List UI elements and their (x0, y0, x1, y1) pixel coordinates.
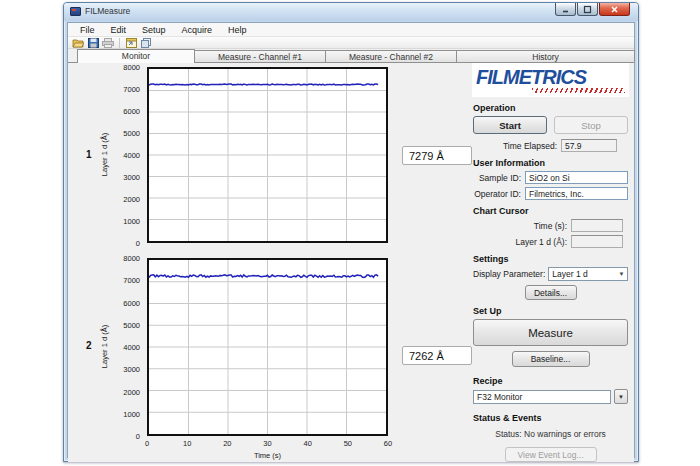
copy-icon[interactable] (140, 37, 152, 48)
maximize-button[interactable] (577, 3, 598, 16)
save-icon[interactable] (87, 37, 99, 48)
x-tick-label: 10 (179, 439, 195, 448)
channel-2-label: 2 (86, 340, 92, 351)
status-events-section-header: Status & Events (473, 413, 628, 423)
measure-button[interactable]: Measure (473, 319, 628, 346)
chevron-down-icon: ▼ (616, 271, 627, 277)
maximize-icon (583, 5, 592, 14)
close-button[interactable] (599, 3, 630, 16)
menu-bar: FileEditSetupAcquireHelp (68, 23, 634, 37)
settings-section-header: Settings (473, 254, 628, 264)
start-button[interactable]: Start (473, 116, 547, 134)
y-tick-label: 8000 (123, 63, 140, 72)
monitor-chart-channel-1[interactable] (147, 67, 388, 243)
print-icon[interactable] (102, 37, 114, 48)
menu-help[interactable]: Help (220, 23, 255, 37)
monitor-chart-channel-2[interactable] (147, 258, 388, 436)
filmetrics-logo-hatch (532, 88, 625, 93)
x-tick-label: 20 (219, 439, 235, 448)
filmetrics-logo-text: FILMETRICS (476, 66, 625, 88)
y-tick-label: 8000 (123, 254, 140, 263)
x-tick-label: 0 (139, 439, 155, 448)
details-button[interactable]: Details... (525, 285, 577, 300)
recipe-dropdown[interactable]: F32 Monitor (473, 390, 611, 404)
x-tick-label: 40 (300, 439, 316, 448)
operator-id-label: Operator ID: (473, 189, 525, 199)
tab-measure-channel-2[interactable]: Measure - Channel #2 (325, 50, 457, 62)
x-tick-label: 30 (260, 439, 276, 448)
y-tick-label: 0 (136, 239, 140, 248)
recipe-value: F32 Monitor (474, 392, 610, 402)
display-parameter-label: Display Parameter: (473, 269, 545, 279)
screenshot-canvas: FILMeasure FileEditSetupAcquireHelp (0, 0, 700, 466)
chart-2-y-axis-label: Layer 1 d (Å) (100, 297, 109, 397)
chart-cursor-section-header: Chart Cursor (473, 206, 628, 216)
baseline-button[interactable]: Baseline... (512, 351, 590, 367)
recipe-section-header: Recipe (473, 376, 628, 386)
time-elapsed-value: 57.9 (561, 139, 617, 152)
status-text: Status: No warnings or errors (473, 429, 628, 439)
y-tick-label: 5000 (123, 129, 140, 138)
recipe-dropdown-button[interactable]: ▼ (614, 389, 628, 404)
tab-strip: MonitorMeasure - Channel #1Measure - Cha… (68, 49, 634, 63)
y-tick-label: 3000 (123, 365, 140, 374)
y-tick-label: 5000 (123, 321, 140, 330)
set-up-section-header: Set Up (473, 306, 628, 316)
chart-1-y-ticks: 010002000300040005000600070008000 (118, 67, 144, 243)
menu-file[interactable]: File (72, 23, 103, 37)
x-tick-label: 50 (340, 439, 356, 448)
menu-setup[interactable]: Setup (134, 23, 174, 37)
y-tick-label: 3000 (123, 173, 140, 182)
tab-monitor[interactable]: Monitor (77, 49, 195, 63)
time-elapsed-label: Time Elapsed: (473, 141, 561, 151)
y-tick-label: 4000 (123, 151, 140, 160)
x-tick-label: 60 (380, 439, 396, 448)
y-tick-label: 2000 (123, 195, 140, 204)
cursor-layer-value (571, 235, 623, 248)
y-tick-label: 7000 (123, 85, 140, 94)
channel-2-thickness-readout: 7262 Å (402, 346, 472, 365)
operation-section-header: Operation (473, 103, 628, 113)
y-tick-label: 1000 (123, 410, 140, 419)
chart-2-x-axis-label: Time (s) (147, 451, 388, 460)
tab-measure-channel-1[interactable]: Measure - Channel #1 (194, 50, 326, 62)
menu-acquire[interactable]: Acquire (174, 23, 221, 37)
channel-1-label: 1 (86, 149, 92, 160)
menu-edit[interactable]: Edit (103, 23, 135, 37)
close-icon (610, 5, 619, 14)
minimize-icon (561, 5, 570, 14)
display-parameter-value: Layer 1 d (549, 269, 616, 279)
user-information-section-header: User Information (473, 158, 628, 168)
y-tick-label: 2000 (123, 388, 140, 397)
chevron-down-icon: ▼ (618, 394, 624, 400)
title-bar: FILMeasure (64, 3, 638, 21)
y-tick-label: 1000 (123, 217, 140, 226)
export-icon[interactable] (125, 37, 137, 48)
y-tick-label: 7000 (123, 276, 140, 285)
cursor-layer-label: Layer 1 d (Å): (473, 237, 571, 247)
open-icon[interactable] (72, 37, 84, 48)
channel-1-thickness-readout: 7279 Å (402, 146, 472, 165)
toolbar-separator (119, 38, 120, 48)
chart-area: 1 Layer 1 d (Å) 010002000300040005000600… (68, 63, 467, 462)
window-content: FileEditSetupAcquireHelp (67, 22, 635, 458)
y-tick-label: 6000 (123, 107, 140, 116)
sample-id-input[interactable] (525, 171, 628, 184)
sample-id-label: Sample ID: (473, 173, 525, 183)
tab-history[interactable]: History (456, 50, 635, 62)
display-parameter-dropdown[interactable]: Layer 1 d ▼ (548, 267, 628, 281)
chart-2-x-ticks: 0102030405060 (147, 439, 388, 449)
window-title: FILMeasure (85, 6, 130, 16)
filmetrics-logo: FILMETRICS (472, 63, 629, 97)
y-tick-label: 4000 (123, 343, 140, 352)
cursor-time-value (571, 219, 623, 232)
view-event-log-button[interactable]: View Event Log... (505, 447, 597, 462)
cursor-time-label: Time (s): (473, 221, 571, 231)
control-sidebar: FILMETRICS Operation Start Stop Time Ela… (467, 63, 634, 462)
operator-id-input[interactable] (525, 187, 628, 200)
stop-button[interactable]: Stop (554, 116, 628, 134)
y-tick-label: 6000 (123, 299, 140, 308)
app-icon (70, 7, 81, 16)
minimize-button[interactable] (555, 3, 576, 16)
chart-1-y-axis-label: Layer 1 d (Å) (100, 105, 109, 205)
